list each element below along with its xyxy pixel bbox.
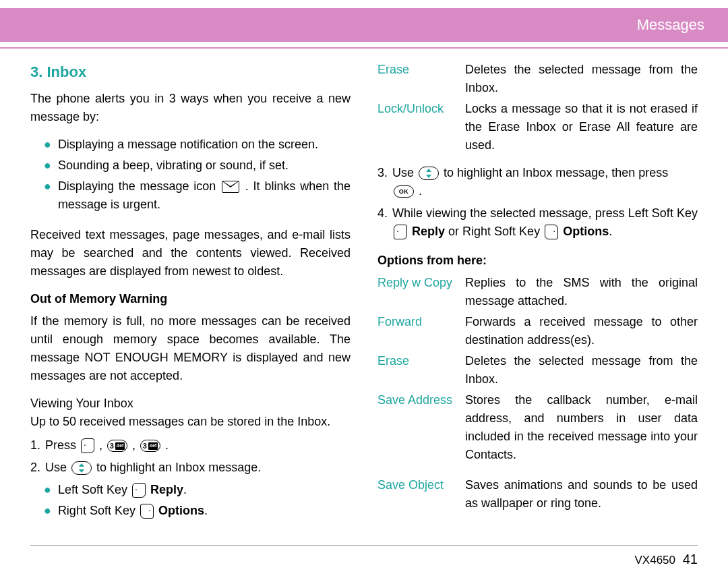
nav-updown-icon xyxy=(71,461,92,475)
right-softkey-icon xyxy=(140,504,154,519)
option-desc: Replies to the SMS with the original mes… xyxy=(465,274,698,310)
sb2-bold: Options xyxy=(158,504,204,517)
option-desc: Locks a message so that it is not erased… xyxy=(465,100,698,154)
step4-text2: or Right Soft Key xyxy=(448,225,543,238)
svg-marker-2 xyxy=(426,169,431,172)
right-column: Erase Deletes the selected message from … xyxy=(377,61,698,532)
svg-marker-1 xyxy=(79,469,84,473)
nav-updown-icon xyxy=(419,167,439,180)
step-4: 4. While viewing the selected message, p… xyxy=(377,204,698,241)
paragraph: If the memory is full, no more messages … xyxy=(30,312,351,385)
step-body: Use to highlight an Inbox message, then … xyxy=(392,164,698,200)
sb2-text: Right Soft Key xyxy=(58,504,139,517)
option-label: Save Object xyxy=(377,476,465,513)
header-title: Messages xyxy=(637,16,704,34)
bullet-text: Displaying a message notification on the… xyxy=(58,136,351,154)
step4-text: While viewing the selected message, pres… xyxy=(392,206,698,220)
bullet-text: Displaying the message icon . It blinks … xyxy=(58,177,351,214)
right-softkey-icon xyxy=(545,225,558,239)
step2-text-b: to highlight an Inbox message. xyxy=(96,461,261,474)
bullet-text: Right Soft Key Options. xyxy=(58,502,351,520)
step-number: 3. xyxy=(377,164,392,182)
option-label: Erase xyxy=(377,61,465,97)
step4-bold2: Options xyxy=(563,225,609,238)
subheading: Out of Memory Warning xyxy=(30,290,351,308)
option-label: Reply w Copy xyxy=(377,274,465,310)
model-number: VX4650 xyxy=(635,554,676,566)
option-label: Save Address xyxy=(377,391,465,464)
viewing-note: Up to 50 received messages can be stored… xyxy=(30,413,351,431)
option-row: Lock/Unlock Locks a message so that it i… xyxy=(377,100,698,154)
left-softkey-icon xyxy=(394,225,407,239)
bullet-icon: ● xyxy=(44,481,51,499)
option-label: Forward xyxy=(377,313,465,349)
option-row: Reply w Copy Replies to the SMS with the… xyxy=(377,274,698,310)
bullet-icon: ● xyxy=(44,502,51,520)
option-row: Save Address Stores the callback number,… xyxy=(377,391,698,464)
bullet-item: ● Displaying the message icon . It blink… xyxy=(30,177,351,214)
step-3: 3. Use to highlight an Inbox message, th… xyxy=(377,164,698,200)
intro-paragraph: The phone alerts you in 3 ways when you … xyxy=(30,90,351,126)
bullet-text: Left Soft Key Reply. xyxy=(58,481,351,499)
viewing-label: Viewing Your Inbox xyxy=(30,395,351,413)
subheading: Options from here: xyxy=(377,252,698,270)
step1-text: Press xyxy=(45,438,80,452)
left-softkey-icon xyxy=(81,438,94,453)
svg-marker-3 xyxy=(426,175,431,178)
header-divider xyxy=(0,47,728,49)
bullet-icon: ● xyxy=(44,136,51,154)
option-row: Erase Deletes the selected message from … xyxy=(377,352,698,388)
sb1-text: Left Soft Key xyxy=(58,483,131,496)
option-desc: Saves animations and sounds to be used a… xyxy=(465,476,698,513)
left-softkey-icon xyxy=(132,483,146,498)
bullet-item: ● Left Soft Key Reply. xyxy=(30,481,351,499)
option-desc: Deletes the selected message from the In… xyxy=(465,352,698,388)
bullet-icon: ● xyxy=(44,177,51,196)
step-body: Use to highlight an Inbox message. xyxy=(45,459,351,477)
step2-text: Use xyxy=(45,461,70,474)
step-number: 4. xyxy=(377,204,392,223)
step-number: 1. xyxy=(30,436,45,455)
step-body: While viewing the selected message, pres… xyxy=(392,204,698,241)
bullet-text: Sounding a beep, vibrating or sound, if … xyxy=(58,156,351,175)
content: 3. Inbox The phone alerts you in 3 ways … xyxy=(30,61,698,532)
key-3def-icon: 3def xyxy=(140,440,160,452)
step1-sep: , xyxy=(99,438,106,452)
bullet-item: ● Right Soft Key Options. xyxy=(30,502,351,520)
section-title: 3. Inbox xyxy=(30,61,351,83)
step1-sep2: , xyxy=(132,438,139,452)
step3-text: Use xyxy=(392,166,417,179)
step-2: 2. Use to highlight an Inbox message. xyxy=(30,459,351,477)
step-number: 2. xyxy=(30,459,45,477)
key-3def-icon: 3def xyxy=(107,440,127,452)
alert-bullets: ● Displaying a message notification on t… xyxy=(30,136,351,214)
option-label: Lock/Unlock xyxy=(377,100,465,154)
bullet3-text-a: Displaying the message icon xyxy=(58,179,220,193)
option-desc: Forwards a received message to other des… xyxy=(465,313,698,349)
footer-divider xyxy=(30,545,698,546)
step1-end: . xyxy=(165,438,169,452)
ok-key-icon: OK xyxy=(394,185,414,198)
step3-end: . xyxy=(419,184,422,198)
bullet-item: ● Sounding a beep, vibrating or sound, i… xyxy=(30,156,351,175)
envelope-icon xyxy=(222,181,239,193)
option-row: Forward Forwards a received message to o… xyxy=(377,313,698,349)
step4-bold1: Reply xyxy=(412,225,445,238)
step3-text-b: to highlight an Inbox message, then pres… xyxy=(444,166,668,179)
option-desc: Stores the callback number, e-mail addre… xyxy=(465,391,698,464)
option-desc: Deletes the selected message from the In… xyxy=(465,61,698,97)
bullet-item: ● Displaying a message notification on t… xyxy=(30,136,351,154)
option-row: Erase Deletes the selected message from … xyxy=(377,61,698,97)
option-label: Erase xyxy=(377,352,465,388)
footer: VX4650 41 xyxy=(635,552,698,567)
bullet-icon: ● xyxy=(44,156,51,175)
sb1-bold: Reply xyxy=(150,483,183,496)
option-row: Save Object Saves animations and sounds … xyxy=(377,476,698,513)
step-1: 1. Press , 3def , 3def . xyxy=(30,436,351,455)
page-number: 41 xyxy=(683,552,698,566)
paragraph: Received text messages, page messages, a… xyxy=(30,226,351,281)
svg-marker-0 xyxy=(79,463,84,467)
softkey-bullets: ● Left Soft Key Reply. ● Right Soft Key … xyxy=(30,481,351,520)
header-bar: Messages xyxy=(0,8,728,42)
step-body: Press , 3def , 3def . xyxy=(45,436,351,455)
